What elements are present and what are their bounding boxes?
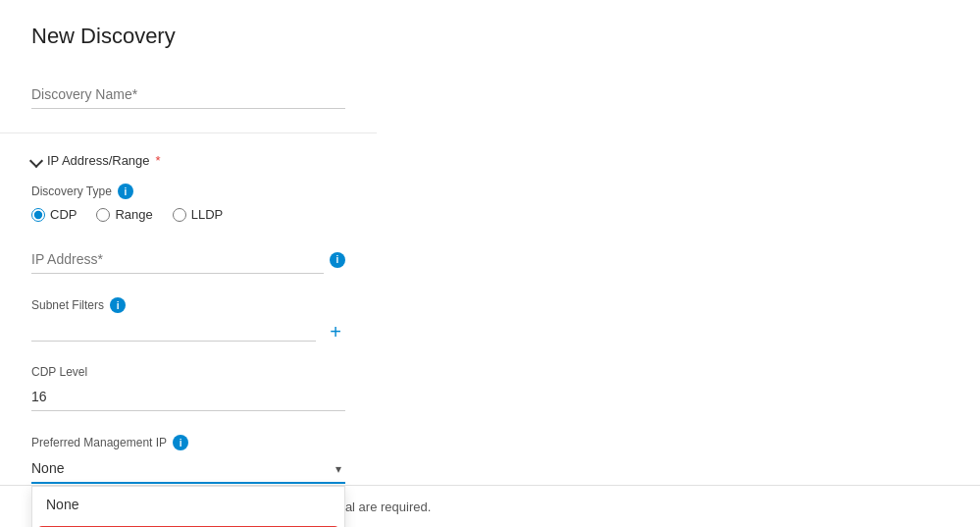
cdp-level-input[interactable] (31, 383, 345, 411)
ip-address-input[interactable] (31, 245, 324, 274)
discovery-name-input[interactable] (31, 80, 345, 109)
subnet-filters-input[interactable] (31, 313, 316, 342)
discovery-type-label-row: Discovery Type i (31, 184, 345, 199)
radio-group: CDP Range LLDP (31, 207, 345, 222)
subnet-filters-label-row: Subnet Filters i (31, 297, 316, 313)
dropdown-item-none[interactable]: None (32, 487, 344, 522)
preferred-mgmt-ip-select[interactable]: None Use Loopback (31, 454, 345, 484)
discovery-name-field (31, 80, 345, 109)
preferred-mgmt-ip-label: Preferred Management IP (31, 436, 167, 449)
subnet-filters-info-icon[interactable]: i (110, 297, 126, 313)
radio-range[interactable]: Range (96, 207, 152, 222)
required-star: * (156, 153, 161, 168)
preferred-mgmt-ip-field: Preferred Management IP i None Use Loopb… (31, 435, 345, 484)
section-divider (0, 132, 377, 133)
ip-section-header[interactable]: IP Address/Range * (31, 153, 345, 168)
discovery-type-field: Discovery Type i CDP Range LLDP (31, 184, 345, 222)
ip-address-info-icon[interactable]: i (330, 252, 345, 268)
subnet-filters-input-wrapper: Subnet Filters i (31, 297, 316, 342)
radio-cdp-input[interactable] (31, 208, 45, 222)
add-subnet-button[interactable]: + (326, 322, 345, 342)
subnet-filters-field: Subnet Filters i + (31, 297, 345, 342)
radio-lldp[interactable]: LLDP (173, 207, 224, 222)
ip-address-field: i (31, 245, 345, 274)
dropdown-menu: None Use Loopback (31, 486, 345, 527)
radio-cdp-label: CDP (50, 207, 77, 222)
cdp-level-field: CDP Level (31, 365, 345, 411)
preferred-mgmt-ip-select-wrapper: None Use Loopback ▾ (31, 454, 345, 484)
form-section: IP Address/Range * Discovery Type i CDP … (31, 80, 345, 484)
radio-cdp[interactable]: CDP (31, 207, 77, 222)
cdp-level-label: CDP Level (31, 365, 345, 379)
page-container: New Discovery IP Address/Range * Discove… (0, 0, 980, 527)
discovery-type-label: Discovery Type (31, 184, 112, 198)
page-title: New Discovery (31, 24, 949, 49)
preferred-mgmt-ip-label-row: Preferred Management IP i (31, 435, 345, 450)
subnet-filters-row: Subnet Filters i + (31, 297, 345, 342)
ip-section-label: IP Address/Range (47, 153, 150, 168)
chevron-down-icon (29, 153, 43, 167)
radio-range-input[interactable] (96, 208, 110, 222)
subnet-filters-label: Subnet Filters (31, 298, 104, 312)
radio-range-label: Range (115, 207, 152, 222)
ip-address-row: i (31, 245, 345, 274)
radio-lldp-label: LLDP (191, 207, 224, 222)
radio-lldp-input[interactable] (173, 208, 186, 222)
discovery-type-info-icon[interactable]: i (118, 184, 133, 199)
preferred-mgmt-ip-info-icon[interactable]: i (173, 435, 188, 450)
